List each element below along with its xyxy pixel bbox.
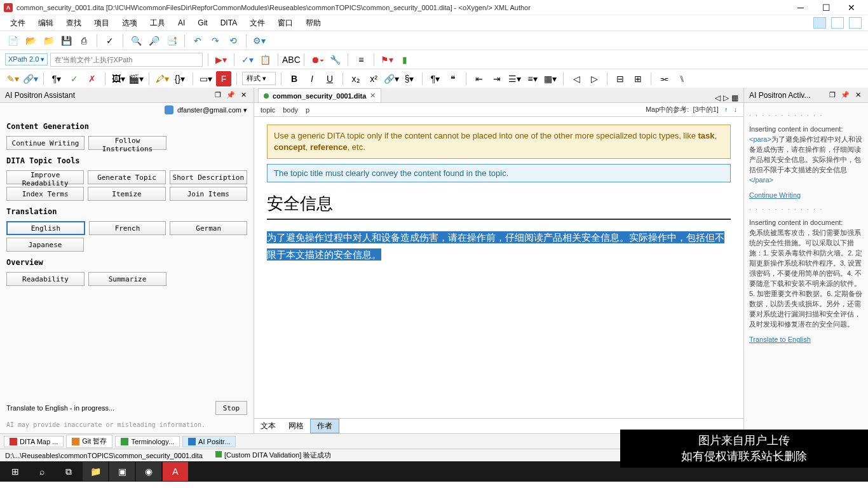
translate-german-button[interactable]: German	[170, 221, 247, 235]
collapse-icon[interactable]: ⊟	[613, 71, 628, 86]
improve-readability-button[interactable]: Improve Readability	[6, 170, 84, 184]
accept-icon[interactable]: ✓	[67, 71, 82, 86]
underline-icon[interactable]: U	[322, 71, 337, 86]
align-icon[interactable]: ≡	[353, 52, 369, 67]
wrench-icon[interactable]: 🔧	[327, 52, 342, 67]
tab-next-icon[interactable]: ▷	[723, 93, 729, 102]
check-wellformed-icon[interactable]: ✓▾	[240, 52, 255, 67]
media-icon[interactable]: 🎬▾	[128, 71, 144, 86]
menu-file2[interactable]: 文件	[245, 17, 270, 30]
menu-git[interactable]: Git	[193, 17, 212, 29]
map-prev-icon[interactable]: ↑	[724, 105, 728, 113]
expand-icon[interactable]: ⊞	[630, 71, 646, 86]
minimize-button[interactable]: ─	[788, 1, 813, 15]
subscript-icon[interactable]: x₂	[348, 71, 363, 86]
start-button[interactable]: ⊞	[3, 462, 28, 481]
short-description-button[interactable]: Short Description	[170, 170, 247, 184]
image-icon[interactable]: 🖼▾	[111, 71, 126, 86]
italic-icon[interactable]: I	[304, 71, 320, 86]
marker-icon[interactable]: ▮	[397, 52, 412, 67]
indent-left-icon[interactable]: ⇤	[471, 71, 487, 86]
tab-list-icon[interactable]: ▦	[731, 93, 738, 102]
maximize-button[interactable]: ☐	[813, 1, 839, 15]
join-items-button[interactable]: Join Items	[170, 187, 247, 201]
transform-icon[interactable]: ⚙▾	[252, 33, 267, 48]
tab-close-icon[interactable]: ✕	[370, 92, 376, 100]
print-icon[interactable]: ⎙	[76, 33, 92, 48]
translate-french-button[interactable]: French	[89, 221, 166, 235]
continue-writing-link[interactable]: Continue Writing	[749, 191, 863, 201]
xpath-version-select[interactable]: XPath 2.0 ▾	[5, 53, 48, 65]
document-title[interactable]: 安全信息	[267, 189, 731, 220]
mode-author[interactable]: 作者	[310, 419, 339, 433]
validate-schema-icon[interactable]: 📋	[257, 52, 273, 67]
close-button[interactable]: ✕	[839, 1, 864, 15]
link2-icon[interactable]: 🔗▾	[384, 71, 399, 86]
reject-icon[interactable]: ✗	[85, 71, 100, 86]
table-icon[interactable]: ▦▾	[543, 71, 558, 86]
edit-icon[interactable]: ✎▾	[5, 71, 20, 86]
crumb-topic[interactable]: topic	[261, 106, 275, 114]
index-terms-button[interactable]: Index Terms	[6, 187, 84, 201]
right-restore-icon[interactable]: ❐	[827, 90, 837, 100]
task-view-icon[interactable]: ⧉	[56, 462, 81, 481]
list-ul-icon[interactable]: ☰▾	[507, 71, 522, 86]
panel-pin-icon[interactable]: 📌	[226, 90, 236, 100]
menu-edit[interactable]: 编辑	[33, 17, 58, 30]
superscript-icon[interactable]: x²	[366, 71, 381, 86]
readability-button[interactable]: Readability	[6, 272, 85, 286]
link-icon[interactable]: 🔗▾	[23, 71, 38, 86]
record-icon[interactable]: ⏺▾	[309, 52, 325, 67]
search-icon[interactable]: 🔍	[128, 33, 144, 48]
tab-git-staging[interactable]: Git 暂存	[66, 435, 112, 448]
mode-text[interactable]: 文本	[254, 419, 282, 433]
section-icon[interactable]: §▾	[402, 71, 417, 86]
menu-options[interactable]: 选项	[117, 17, 142, 30]
open-url-icon[interactable]: 📁	[41, 33, 56, 48]
terminal-icon[interactable]: ▣	[109, 462, 135, 481]
bold-icon[interactable]: B	[287, 71, 302, 86]
menu-find[interactable]: 查找	[61, 17, 86, 30]
editor-tab-active[interactable]: common_security_0001.dita ✕	[258, 88, 381, 102]
validate-icon[interactable]: ✓	[102, 33, 118, 48]
pilcrow-icon[interactable]: ¶▾	[428, 71, 443, 86]
editor-body[interactable]: Use a generic DITA topic only if the con…	[254, 117, 743, 418]
bold-frame-icon[interactable]: F	[216, 71, 231, 86]
para-icon[interactable]: ¶▾	[49, 71, 64, 86]
split-icon[interactable]: ⑊	[674, 71, 689, 86]
highlight-icon[interactable]: 🖍▾	[154, 71, 170, 86]
flag-icon[interactable]: ⚑▾	[379, 52, 395, 67]
tab-dita-map[interactable]: DITA Map ...	[4, 436, 64, 447]
indent-right-icon[interactable]: ⇥	[489, 71, 505, 86]
translate-english-link[interactable]: Translate to English	[749, 335, 863, 345]
menu-ai[interactable]: AI	[173, 17, 190, 29]
menu-project[interactable]: 项目	[89, 17, 114, 30]
tab-prev-icon[interactable]: ◁	[715, 93, 721, 102]
summarize-button[interactable]: Summarize	[88, 272, 166, 286]
menu-help[interactable]: 帮助	[301, 17, 326, 30]
history-icon[interactable]: ⟲	[226, 33, 241, 48]
crumb-body[interactable]: body	[283, 106, 298, 114]
redo-icon[interactable]: ↷	[208, 33, 223, 48]
generate-topic-button[interactable]: Generate Topic	[88, 170, 165, 184]
tab-terminology[interactable]: Terminology...	[115, 436, 180, 447]
file-explorer-icon[interactable]: 📁	[83, 462, 108, 481]
search-taskbar-icon[interactable]: ⌕	[29, 462, 55, 481]
view-mode-icon[interactable]	[813, 17, 826, 29]
code-icon[interactable]: {}▾	[172, 71, 187, 86]
continue-writing-button[interactable]: Continue Writing	[6, 136, 85, 150]
dita-view-icon[interactable]	[831, 17, 844, 29]
save-icon[interactable]: 💾	[58, 33, 74, 48]
chrome-icon[interactable]: ◉	[136, 462, 161, 481]
menu-tools[interactable]: 工具	[145, 17, 170, 30]
spellcheck-icon[interactable]: ABC	[283, 52, 299, 67]
oxygen-app-icon[interactable]: A	[163, 462, 188, 481]
new-file-icon[interactable]: 📄	[5, 33, 20, 48]
stop-button[interactable]: Stop	[215, 401, 247, 415]
panel-restore-icon[interactable]: ❐	[213, 90, 223, 100]
quote-icon[interactable]: ❝	[445, 71, 461, 86]
xpath-input[interactable]	[50, 53, 203, 67]
right-pin-icon[interactable]: 📌	[840, 90, 850, 100]
document-paragraph[interactable]: 为了避免操作过程中对人和设备造成伤害，请在操作前，仔细阅读产品相关安全信息。实际…	[267, 229, 731, 263]
search-files-icon[interactable]: 📑	[164, 33, 179, 48]
